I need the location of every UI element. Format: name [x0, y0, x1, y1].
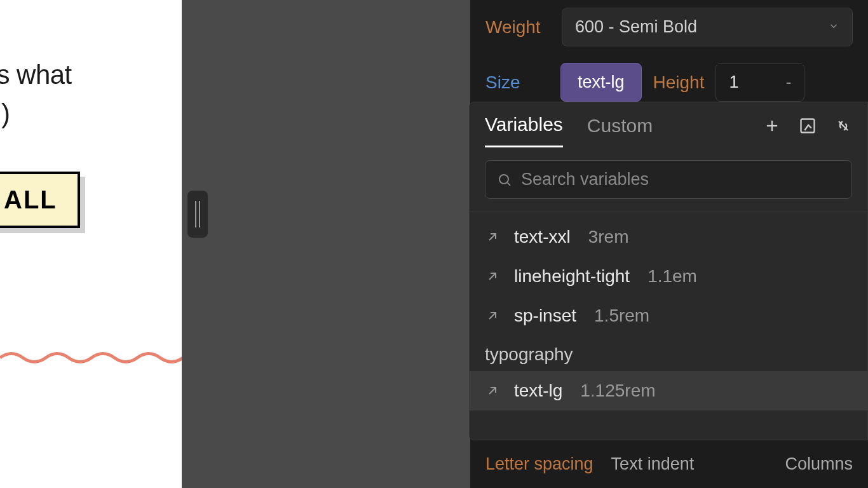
- variable-item-lineheight-tight[interactable]: lineheight-tight 1.1em: [470, 257, 867, 296]
- svg-line-8: [489, 313, 496, 319]
- variables-list: text-xxl 3rem lineheight-tight 1.1em sp-…: [470, 212, 867, 440]
- size-value: text-lg: [578, 72, 625, 92]
- variable-group-typography: typography: [470, 336, 867, 371]
- variable-value: 3rem: [588, 227, 629, 247]
- text-indent-label[interactable]: Text indent: [611, 454, 695, 474]
- variable-name: lineheight-tight: [514, 266, 630, 287]
- bottom-property-row: Letter spacing Text indent Columns: [470, 440, 868, 488]
- height-label: Height: [653, 72, 705, 93]
- size-arrow-icon: [485, 269, 500, 284]
- variable-name: text-lg: [514, 381, 562, 401]
- tab-custom[interactable]: Custom: [587, 115, 653, 147]
- popover-tabs: Variables Custom: [470, 102, 867, 147]
- search-section: [470, 147, 867, 212]
- variable-item-text-xxl[interactable]: text-xxl 3rem: [470, 217, 867, 257]
- variable-item-text-lg[interactable]: text-lg 1.125rem: [470, 371, 867, 410]
- size-arrow-icon: [485, 229, 500, 245]
- add-variable-button[interactable]: [763, 117, 781, 135]
- canvas-text: hat's what asy.): [0, 56, 72, 133]
- canvas-text-line-1: hat's what: [0, 56, 72, 95]
- plus-icon: [763, 117, 781, 135]
- variable-value: 1.1em: [648, 266, 697, 287]
- variable-value: 1.125rem: [580, 381, 655, 401]
- chevron-down-icon: [828, 20, 839, 34]
- picker-icon: [799, 117, 817, 135]
- size-label: Size: [485, 72, 549, 93]
- weight-label: Weight: [485, 17, 549, 37]
- search-variables-input[interactable]: [485, 160, 852, 199]
- variable-item-sp-inset[interactable]: sp-inset 1.5rem: [470, 296, 867, 336]
- variable-name: sp-inset: [514, 306, 576, 326]
- canvas-button[interactable]: ALL: [0, 172, 80, 228]
- pick-variable-button[interactable]: [799, 117, 817, 135]
- empty-canvas-area: [182, 0, 470, 488]
- size-arrow-icon: [485, 308, 500, 323]
- canvas-preview: hat's what asy.) ALL: [0, 0, 182, 488]
- size-arrow-icon: [485, 383, 500, 398]
- size-token-chip[interactable]: text-lg: [560, 63, 642, 102]
- svg-line-7: [489, 273, 496, 280]
- canvas-text-line-2: asy.): [0, 95, 72, 133]
- weight-value: 600 - Semi Bold: [575, 17, 697, 37]
- canvas-button-label: ALL: [4, 186, 57, 214]
- tab-variables[interactable]: Variables: [485, 114, 563, 147]
- wavy-divider: [0, 348, 182, 367]
- panel-resize-handle[interactable]: [187, 191, 208, 238]
- letter-spacing-label[interactable]: Letter spacing: [485, 454, 593, 474]
- variables-popover: Variables Custom text-xxl 3rem: [469, 102, 868, 440]
- search-icon: [497, 172, 512, 187]
- tab-custom-label: Custom: [587, 115, 653, 136]
- height-input[interactable]: 1 -: [715, 63, 804, 102]
- weight-dropdown[interactable]: 600 - Semi Bold: [562, 8, 853, 46]
- svg-line-6: [489, 234, 496, 240]
- svg-point-4: [499, 175, 508, 184]
- svg-line-9: [489, 388, 496, 394]
- tab-variables-label: Variables: [485, 114, 563, 135]
- variable-name: text-xxl: [514, 227, 571, 247]
- variable-value: 1.5rem: [594, 306, 649, 326]
- weight-property-row: Weight 600 - Semi Bold: [470, 0, 868, 59]
- svg-line-5: [508, 182, 510, 185]
- unlink-variable-button[interactable]: [834, 117, 852, 135]
- unlink-icon: [834, 117, 852, 135]
- height-value: 1: [729, 72, 738, 92]
- height-unit: -: [785, 72, 791, 92]
- search-input-field[interactable]: [521, 170, 840, 189]
- columns-label[interactable]: Columns: [785, 454, 853, 474]
